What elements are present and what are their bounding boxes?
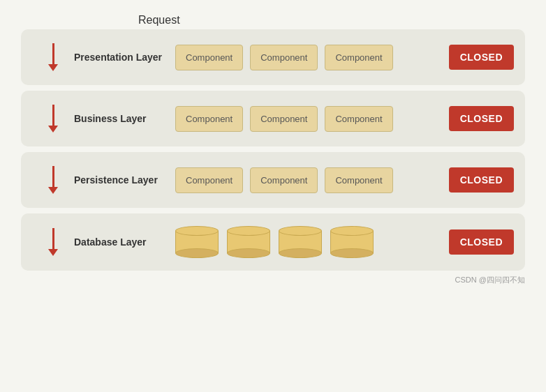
arrow-line xyxy=(52,228,54,249)
arrow-down-database xyxy=(48,228,58,256)
cylinder-3 xyxy=(279,226,322,258)
closed-badge-business: CLOSED xyxy=(449,106,514,131)
arrow-column-presentation xyxy=(32,43,74,71)
cyl-bottom xyxy=(279,248,322,258)
cyl-bottom xyxy=(330,248,374,258)
cylinder-4 xyxy=(330,226,374,258)
component-box: Component xyxy=(175,167,243,193)
persistence-components-area: Component Component Component xyxy=(175,167,449,193)
component-box: Component xyxy=(325,167,392,193)
component-box: Component xyxy=(325,106,392,132)
closed-badge-presentation: CLOSED xyxy=(449,45,514,70)
component-box: Component xyxy=(250,167,318,193)
component-box: Component xyxy=(175,45,243,70)
component-box: Component xyxy=(175,106,243,132)
arrow-down-business xyxy=(48,105,58,133)
cylinder-1 xyxy=(175,226,219,258)
component-box: Component xyxy=(250,106,318,132)
cyl-top xyxy=(279,226,322,236)
watermark: CSDN @四问四不知 xyxy=(455,275,525,285)
request-label: Request xyxy=(138,14,180,27)
arrow-down-persistence xyxy=(48,166,58,194)
database-layer-row: Database Layer CLOSED xyxy=(21,213,525,271)
cyl-top xyxy=(227,226,270,236)
arrow-line xyxy=(52,105,54,126)
arrow-line xyxy=(52,43,54,64)
business-layer-row: Business Layer Component Component Compo… xyxy=(21,91,525,146)
cyl-bottom xyxy=(175,248,219,258)
main-container: Presentation Layer Component Component C… xyxy=(21,29,525,271)
cyl-bottom xyxy=(227,248,270,258)
presentation-components-area: Component Component Component xyxy=(175,45,449,70)
closed-badge-database: CLOSED xyxy=(449,229,514,255)
arrow-line xyxy=(52,166,54,187)
cyl-top xyxy=(330,226,374,236)
persistence-layer-name: Persistence Layer xyxy=(74,174,175,186)
closed-badge-persistence: CLOSED xyxy=(449,167,514,193)
cylinder-2 xyxy=(227,226,270,258)
presentation-layer-row: Presentation Layer Component Component C… xyxy=(21,29,525,85)
arrow-column-database xyxy=(32,228,74,256)
arrow-head xyxy=(48,126,58,133)
component-box: Component xyxy=(325,45,392,70)
database-layer-name: Database Layer xyxy=(74,236,175,248)
persistence-layer-row: Persistence Layer Component Component Co… xyxy=(21,152,525,208)
arrow-column-persistence xyxy=(32,166,74,194)
arrow-head xyxy=(48,187,58,194)
component-box: Component xyxy=(250,45,318,70)
arrow-head xyxy=(48,249,58,256)
cyl-top xyxy=(175,226,219,236)
arrow-head xyxy=(48,64,58,71)
database-icons-area xyxy=(175,226,449,258)
arrow-down-presentation xyxy=(48,43,58,71)
business-layer-name: Business Layer xyxy=(74,113,175,124)
arrow-column-business xyxy=(32,105,74,133)
business-components-area: Component Component Component xyxy=(175,106,449,132)
presentation-layer-name: Presentation Layer xyxy=(74,52,175,63)
